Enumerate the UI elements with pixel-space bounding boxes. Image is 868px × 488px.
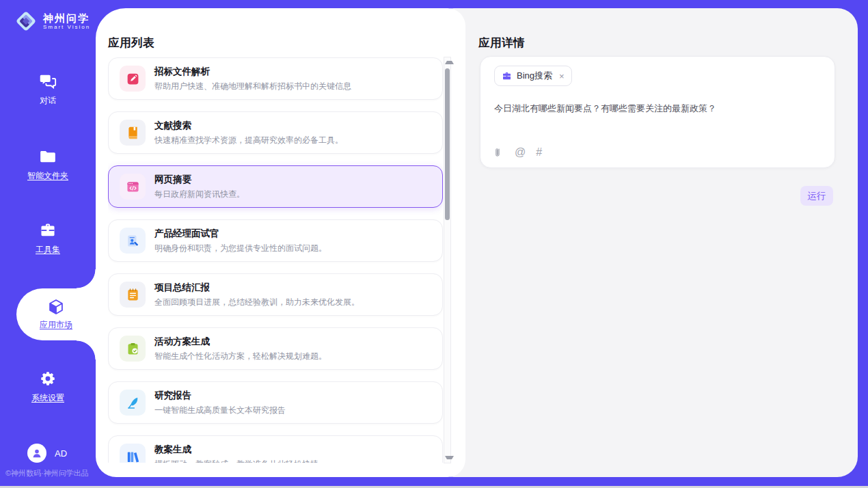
chat-icon — [39, 72, 57, 90]
app-title: 项目总结汇报 — [154, 282, 360, 294]
tender-edit-icon — [120, 66, 146, 92]
query-text-input[interactable]: 今日湖北有哪些新闻要点？有哪些需要关注的最新政策？ — [494, 102, 822, 115]
sidebar-item-toolbox[interactable]: 工具集 — [0, 221, 96, 256]
app-card-list: 招标文件解析帮助用户快速、准确地理解和解析招标书中的关键信息文献搜索快速精准查找… — [108, 57, 443, 463]
briefcase-icon — [502, 71, 512, 81]
lesson-books-icon — [120, 444, 146, 463]
user-account[interactable]: AD — [27, 444, 67, 463]
sidebar-footer-text: ©神州数码·神州问学出品 — [5, 468, 89, 478]
folder-icon — [39, 148, 57, 165]
app-card[interactable]: 项目总结汇报全面回顾项目进展，总结经验教训，助力未来优化发展。 — [108, 273, 443, 316]
sidebar-item-label: 工具集 — [36, 244, 60, 256]
app-card[interactable]: 网页摘要每日政府新闻资讯快查。 — [108, 165, 443, 208]
app-card[interactable]: 产品经理面试官明确身份和职责，为您提供专业性的面试问题。 — [108, 219, 443, 262]
brand-name: 神州问学 — [43, 12, 90, 24]
sidebar-item-folder[interactable]: 智能文件夹 — [0, 148, 96, 182]
app-card[interactable]: 文献搜索快速精准查找学术资源，提高研究效率的必备工具。 — [108, 111, 443, 154]
mention-icon[interactable]: @ — [515, 146, 526, 159]
brand-logo: 神州问学 Smart Vision — [14, 9, 90, 33]
research-report-icon — [120, 390, 146, 416]
app-description: 模板驱动，教案秒成，教学准备从此轻松快捷 — [154, 459, 318, 463]
app-title: 活动方案生成 — [154, 336, 327, 348]
sidebar-item-label: 系统设置 — [31, 392, 64, 404]
scroll-up-icon[interactable] — [445, 61, 454, 64]
app-description: 全面回顾项目进展，总结经验教训，助力未来优化发展。 — [154, 297, 360, 308]
attachment-icon[interactable] — [493, 147, 504, 159]
person-icon — [27, 444, 46, 463]
interviewer-icon — [120, 228, 146, 254]
scrollbar-thumb[interactable] — [445, 68, 450, 220]
app-title: 招标文件解析 — [154, 66, 351, 78]
scrollbar[interactable] — [444, 57, 451, 463]
app-title: 教案生成 — [154, 444, 318, 456]
sidebar-item-cube[interactable]: 应用市场 — [16, 288, 96, 340]
app-detail-card: Bing搜索 × 今日湖北有哪些新闻要点？有哪些需要关注的最新政策？ @# — [480, 56, 835, 168]
main-content: 应用列表 招标文件解析帮助用户快速、准确地理解和解析招标书中的关键信息文献搜索快… — [96, 8, 858, 477]
app-title: 网页摘要 — [154, 174, 245, 186]
app-description: 帮助用户快速、准确地理解和解析招标书中的关键信息 — [154, 81, 351, 92]
composer-toolbar: @# — [493, 146, 542, 159]
run-button[interactable]: 运行 — [800, 186, 833, 206]
app-card[interactable]: 活动方案生成智能生成个性化活动方案，轻松解决规划难题。 — [108, 327, 443, 370]
app-list-panel: 应用列表 招标文件解析帮助用户快速、准确地理解和解析招标书中的关键信息文献搜索快… — [96, 8, 465, 477]
app-card[interactable]: 招标文件解析帮助用户快速、准确地理解和解析招标书中的关键信息 — [108, 57, 443, 100]
literature-book-icon — [120, 120, 146, 146]
close-icon[interactable]: × — [559, 72, 565, 81]
gear-icon — [39, 370, 57, 388]
brand-subtitle: Smart Vision — [43, 24, 90, 30]
cube-icon — [47, 298, 65, 316]
app-card[interactable]: 教案生成模板驱动，教案秒成，教学准备从此轻松快捷 — [108, 435, 443, 463]
sidebar-item-gear[interactable]: 系统设置 — [0, 370, 96, 404]
tool-tag-label: Bing搜索 — [517, 70, 552, 82]
app-title: 产品经理面试官 — [154, 228, 327, 240]
app-detail-panel: 应用详情 Bing搜索 × 今日湖北有哪些新闻要点？有哪些需要关注的最新政策？ … — [465, 8, 858, 477]
sidebar-item-label: 智能文件夹 — [27, 170, 68, 182]
toolbox-icon — [39, 221, 57, 239]
app-list-title: 应用列表 — [108, 36, 154, 51]
app-detail-title: 应用详情 — [478, 36, 525, 51]
sidebar-item-label: 应用市场 — [40, 319, 72, 331]
app-title: 文献搜索 — [154, 120, 343, 132]
topic-icon[interactable]: # — [536, 146, 542, 159]
webpage-code-icon — [120, 174, 146, 200]
notepad-icon — [120, 282, 146, 308]
app-description: 智能生成个性化活动方案，轻松解决规划难题。 — [154, 351, 327, 362]
sidebar: 神州问学 Smart Vision 对话智能文件夹工具集应用市场系统设置 AD … — [0, 0, 96, 486]
app-description: 快速精准查找学术资源，提高研究效率的必备工具。 — [154, 135, 343, 146]
app-description: 明确身份和职责，为您提供专业性的面试问题。 — [154, 243, 327, 254]
app-description: 每日政府新闻资讯快查。 — [154, 189, 245, 200]
app-title: 研究报告 — [154, 390, 286, 402]
sidebar-item-label: 对话 — [40, 95, 56, 107]
tool-tag-bing-search[interactable]: Bing搜索 × — [494, 66, 572, 86]
app-description: 一键智能生成高质量长文本研究报告 — [154, 405, 286, 416]
scroll-down-icon[interactable] — [445, 456, 454, 459]
user-name: AD — [55, 448, 67, 459]
app-card[interactable]: 研究报告一键智能生成高质量长文本研究报告 — [108, 381, 443, 424]
brand-gem-icon — [14, 9, 38, 33]
sidebar-item-chat[interactable]: 对话 — [0, 72, 96, 107]
clipboard-check-icon — [120, 336, 146, 362]
